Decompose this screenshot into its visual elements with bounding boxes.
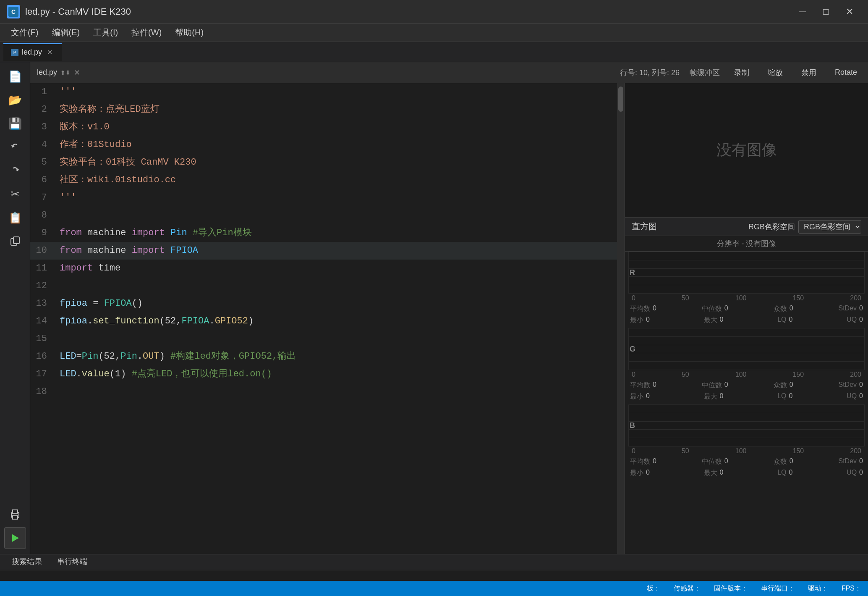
status-fps: FPS： <box>842 584 861 593</box>
b-stats-row-2: 最小 0 最大 0 LQ 0 <box>628 468 865 478</box>
app-icon: C <box>7 5 20 18</box>
g-channel-label: G <box>630 345 635 354</box>
code-line-8: 8 <box>30 207 617 224</box>
copy-connect-icon[interactable] <box>4 230 26 252</box>
grid-line <box>629 429 864 430</box>
channel-r-graph: R <box>628 252 865 294</box>
grid-line <box>629 361 864 362</box>
b-x-axis: 0 50 100 150 200 <box>628 447 865 455</box>
histogram-label: 直方图 <box>632 221 657 232</box>
tab-led-py[interactable]: P led.py ✕ <box>3 43 62 61</box>
tab-close-button[interactable]: ✕ <box>45 47 54 57</box>
new-file-icon[interactable]: 📄 <box>4 66 26 87</box>
maximize-button[interactable]: □ <box>814 3 838 20</box>
code-line-13: 13 fpioa = FPIOA() <box>30 295 617 312</box>
no-image-label: 没有图像 <box>716 140 777 160</box>
status-firmware: 固件版本： <box>714 584 748 593</box>
bottom-area: 搜索结果 串行终端 板： 传感器： 固件版本： 串行端口： 驱动： FPS： <box>0 554 868 596</box>
title-bar-left: C led.py - CanMV IDE K230 <box>7 5 131 18</box>
editor-toolbar: led.py ⬆⬇ ✕ 行号: 10, 列号: 26 帧缓冲区 录制 缩放 禁用… <box>30 62 868 83</box>
zoom-button[interactable]: 缩放 <box>763 66 787 79</box>
r-channel-label: R <box>630 268 635 277</box>
print-icon[interactable] <box>4 504 26 525</box>
firmware-label: 固件版本： <box>714 584 748 593</box>
menu-controls[interactable]: 控件(W) <box>125 24 167 41</box>
close-button[interactable]: ✕ <box>838 3 861 20</box>
grid-line <box>629 345 864 345</box>
grid-line <box>629 421 864 422</box>
grid-line <box>629 285 864 285</box>
right-panel: 没有图像 直方图 RGB色彩空间 RGB色彩空间 灰度 HSV <box>625 83 868 554</box>
grid-line <box>629 260 864 260</box>
cut-icon[interactable]: ✂ <box>4 183 26 205</box>
g-stats-row-1: 平均数 0 中位数 0 众数 0 <box>628 380 865 391</box>
record-button[interactable]: 录制 <box>730 66 753 79</box>
code-line-5: 5 实验平台：01科技 CanMV K230 <box>30 154 617 171</box>
channel-g-graph: G <box>628 328 865 370</box>
color-space-label: RGB色彩空间 <box>748 222 795 232</box>
editor-toolbar-left: led.py ⬆⬇ ✕ <box>37 68 80 77</box>
color-space-select[interactable]: RGB色彩空间 灰度 HSV <box>798 220 861 234</box>
histogram-toolbar: 直方图 RGB色彩空间 RGB色彩空间 灰度 HSV <box>625 218 868 236</box>
histogram-toolbar-right: RGB色彩空间 RGB色彩空间 灰度 HSV <box>748 220 861 234</box>
r-x-axis: 0 50 100 150 200 <box>628 294 865 302</box>
rotate-button[interactable]: Rotate <box>831 66 861 79</box>
tab-serial-terminal[interactable]: 串行终端 <box>50 554 94 570</box>
python-icon: P <box>11 49 18 56</box>
menu-help[interactable]: 帮助(H) <box>169 24 209 41</box>
grid-line <box>629 413 864 413</box>
status-sensor: 传感器： <box>674 584 701 593</box>
channel-b-block: B 0 50 100 150 200 平均数 <box>625 404 868 481</box>
menu-file[interactable]: 文件(F) <box>5 24 44 41</box>
g-x-axis: 0 50 100 150 200 <box>628 371 865 378</box>
code-line-6: 6 社区：wiki.01studio.cc <box>30 171 617 189</box>
g-grid-lines <box>629 328 864 370</box>
code-line-2: 2 实验名称：点亮LED蓝灯 <box>30 101 617 118</box>
editor-scroll-track[interactable] <box>617 83 625 554</box>
open-folder-icon[interactable]: 📂 <box>4 89 26 111</box>
up-down-arrows-icon[interactable]: ⬆⬇ <box>60 69 71 76</box>
undo-icon[interactable] <box>4 136 26 158</box>
code-line-11: 11 import time <box>30 260 617 277</box>
menu-tools[interactable]: 工具(I) <box>87 24 124 41</box>
code-editor[interactable]: 1 ''' 2 实验名称：点亮LED蓝灯 3 版本：v1.0 4 作者：01St… <box>30 83 617 554</box>
svg-rect-8 <box>13 516 18 519</box>
main-area: 📄 📂 💾 ✂ 📋 <box>0 62 868 554</box>
minimize-button[interactable]: ─ <box>791 3 814 20</box>
b-stats-row-1: 平均数 0 中位数 0 众数 0 <box>628 457 865 467</box>
code-line-7: 7 ''' <box>30 189 617 207</box>
r-grid-lines <box>629 252 864 293</box>
code-line-16: 16 LED=Pin(52,Pin.OUT) #构建led对象，GPIO52,输… <box>30 348 617 365</box>
title-bar-controls: ─ □ ✕ <box>791 3 861 20</box>
code-line-12: 12 <box>30 277 617 295</box>
code-line-17: 17 LED.value(1) #点亮LED，也可以使用led.on() <box>30 365 617 383</box>
run-button[interactable] <box>4 527 26 549</box>
image-area: 没有图像 <box>625 83 868 218</box>
histogram-resolution-title: 分辨率 - 没有图像 <box>625 236 868 252</box>
code-line-9: 9 from machine import Pin #导入Pin模块 <box>30 224 617 242</box>
r-stats-row-1: 平均数 0 中位数 0 众数 0 <box>628 304 865 314</box>
tab-bar: P led.py ✕ <box>0 42 868 62</box>
channel-b-graph: B <box>628 404 865 446</box>
code-line-3: 3 版本：v1.0 <box>30 118 617 136</box>
menu-edit[interactable]: 编辑(E) <box>46 24 86 41</box>
svg-marker-9 <box>12 534 19 542</box>
save-icon[interactable]: 💾 <box>4 113 26 134</box>
tab-search-results[interactable]: 搜索结果 <box>5 554 49 570</box>
svg-rect-7 <box>13 510 18 513</box>
serial-label: 串行端口： <box>761 584 795 593</box>
disable-button[interactable]: 禁用 <box>797 66 821 79</box>
grid-line <box>629 353 864 353</box>
paste-icon[interactable]: 📋 <box>4 207 26 228</box>
redo-icon[interactable] <box>4 160 26 181</box>
driver-label: 驱动： <box>808 584 828 593</box>
cursor-position: 行号: 10, 列号: 26 <box>620 68 680 78</box>
code-line-18: 18 <box>30 383 617 401</box>
close-editor-button[interactable]: ✕ <box>74 68 80 77</box>
channel-g-block: G 0 50 100 150 200 平均数 <box>625 328 868 404</box>
code-line-15: 15 <box>30 330 617 348</box>
grid-line <box>629 276 864 277</box>
code-line-1: 1 ''' <box>30 83 617 101</box>
svg-text:C: C <box>11 8 16 15</box>
editor-filename: led.py <box>37 68 57 77</box>
